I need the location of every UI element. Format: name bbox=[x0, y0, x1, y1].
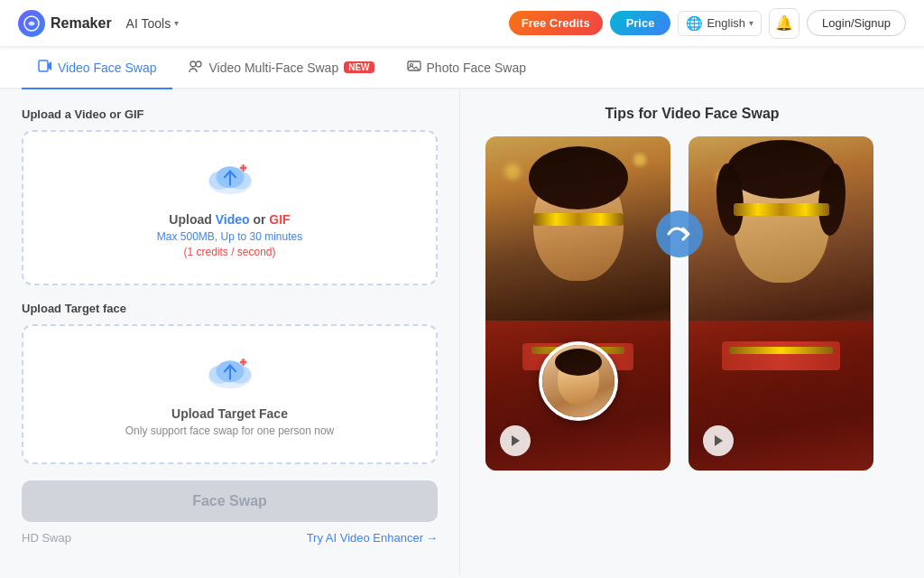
svg-point-20 bbox=[656, 210, 703, 257]
svg-rect-1 bbox=[39, 61, 48, 71]
upload-face-box[interactable]: Upload Target Face Only support face swa… bbox=[22, 324, 438, 464]
chevron-down-icon: ▾ bbox=[174, 18, 179, 28]
globe-icon: 🌐 bbox=[686, 15, 703, 32]
language-label: English bbox=[707, 16, 745, 30]
ai-enhancer-label: Try AI Video Enhancer bbox=[307, 531, 423, 545]
svg-point-2 bbox=[190, 61, 196, 67]
face-swap-button[interactable]: Face Swap bbox=[22, 480, 438, 522]
tabs-bar: Video Face Swap Video Multi-Face Swap NE… bbox=[0, 47, 924, 89]
notifications-button[interactable]: 🔔 bbox=[769, 8, 799, 39]
multi-face-icon bbox=[189, 60, 203, 75]
svg-point-3 bbox=[196, 61, 201, 67]
hd-swap-link[interactable]: HD Swap bbox=[22, 531, 71, 545]
logo-icon bbox=[18, 10, 45, 37]
logo-text: Remaker bbox=[51, 15, 112, 32]
tab-video-face-swap-label: Video Face Swap bbox=[58, 61, 156, 75]
upload-video-main-text: Upload Video or GIF bbox=[169, 212, 290, 227]
tab-video-face-swap[interactable]: Video Face Swap bbox=[22, 47, 172, 89]
main-layout: Upload a Video or GIF Upload Video or GI… bbox=[0, 89, 924, 575]
upload-face-label: Upload Target face bbox=[22, 302, 438, 315]
upload-video-box[interactable]: Upload Video or GIF Max 500MB, Up to 30 … bbox=[22, 130, 438, 285]
swap-arrow bbox=[654, 209, 705, 262]
demo-container bbox=[485, 136, 899, 471]
upload-face-cloud-icon bbox=[203, 351, 257, 397]
bottom-links: HD Swap Try AI Video Enhancer → bbox=[22, 531, 438, 545]
tab-video-multi-face-swap[interactable]: Video Multi-Face Swap NEW bbox=[172, 47, 390, 89]
free-credits-button[interactable]: Free Credits bbox=[509, 11, 603, 35]
ai-enhancer-link[interactable]: Try AI Video Enhancer → bbox=[307, 531, 438, 545]
upload-video-sub-text: Max 500MB, Up to 30 minutes bbox=[157, 230, 302, 243]
upload-face-main-text: Upload Target Face bbox=[171, 406, 288, 421]
tips-title: Tips for Video Face Swap bbox=[485, 106, 899, 122]
photo-icon bbox=[407, 60, 421, 75]
left-panel: Upload a Video or GIF Upload Video or GI… bbox=[0, 89, 460, 575]
tab-video-multi-face-swap-label: Video Multi-Face Swap bbox=[208, 61, 338, 75]
after-play-button[interactable] bbox=[703, 425, 734, 456]
video-word: Video bbox=[216, 212, 250, 227]
login-signup-button[interactable]: Login/Signup bbox=[807, 10, 906, 36]
ai-tools-button[interactable]: AI Tools ▾ bbox=[119, 13, 187, 34]
upload-cloud-icon bbox=[203, 157, 257, 203]
price-button[interactable]: Price bbox=[610, 11, 671, 35]
language-selector[interactable]: 🌐 English ▾ bbox=[678, 11, 762, 36]
ai-tools-label: AI Tools bbox=[126, 16, 171, 31]
new-badge: NEW bbox=[344, 61, 374, 73]
nav-left: Remaker AI Tools ▾ bbox=[18, 10, 186, 37]
chevron-down-icon: ▾ bbox=[749, 18, 753, 28]
upload-video-label: Upload a Video or GIF bbox=[22, 107, 438, 121]
nav-right: Free Credits Price 🌐 English ▾ 🔔 Login/S… bbox=[509, 8, 906, 39]
arrow-icon: → bbox=[426, 531, 438, 545]
upload-credit-text: (1 credits / second) bbox=[183, 246, 275, 258]
navbar: Remaker AI Tools ▾ Free Credits Price 🌐 … bbox=[0, 0, 924, 47]
gif-word: GIF bbox=[269, 212, 290, 227]
right-panel: Tips for Video Face Swap bbox=[460, 89, 924, 575]
before-play-button[interactable] bbox=[500, 425, 531, 456]
bell-icon: 🔔 bbox=[775, 14, 793, 32]
logo[interactable]: Remaker bbox=[18, 10, 112, 37]
tab-photo-face-swap-label: Photo Face Swap bbox=[427, 61, 527, 75]
video-icon bbox=[38, 60, 52, 75]
upload-face-sub-text: Only support face swap for one person no… bbox=[125, 424, 334, 437]
tab-photo-face-swap[interactable]: Photo Face Swap bbox=[391, 47, 543, 89]
